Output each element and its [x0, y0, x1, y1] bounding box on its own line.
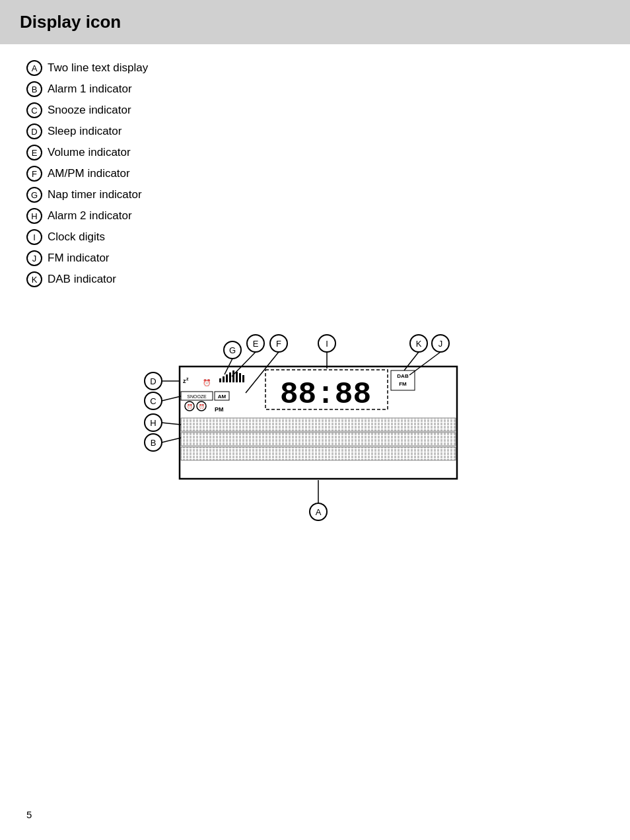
- item-J-text: FM indicator: [48, 252, 110, 265]
- item-K-text: DAB indicator: [48, 273, 116, 286]
- page-number: 5: [26, 809, 32, 820]
- callout-C: C: [150, 396, 156, 406]
- item-B-text: Alarm 1 indicator: [48, 83, 132, 96]
- callout-J: J: [438, 339, 443, 349]
- item-E-text: Volume indicator: [48, 146, 131, 159]
- list-item: I Clock digits: [26, 229, 604, 245]
- label-H: H: [26, 208, 42, 224]
- item-D-text: Sleep indicator: [48, 125, 122, 138]
- callout-F: F: [276, 339, 281, 349]
- label-A: A: [26, 60, 42, 76]
- list-item: A Two line text display: [26, 60, 604, 76]
- svg-rect-7: [232, 370, 234, 382]
- callout-D: D: [150, 376, 156, 386]
- item-G-text: Nap timer indicator: [48, 188, 142, 201]
- nap-icon: ⏰: [203, 378, 211, 387]
- content-area: A Two line text display B Alarm 1 indica…: [0, 60, 630, 558]
- item-H-text: Alarm 2 indicator: [48, 209, 132, 223]
- dab-label: DAB: [397, 373, 409, 379]
- label-I: I: [26, 229, 42, 245]
- diagram-container: 88:88 DAB FM ⏰ z z SNOOZE AM: [26, 307, 604, 558]
- svg-line-42: [162, 423, 181, 425]
- diagram-svg: 88:88 DAB FM ⏰ z z SNOOZE AM: [117, 307, 513, 558]
- svg-rect-4: [223, 376, 225, 382]
- callout-H: H: [150, 418, 156, 428]
- label-E: E: [26, 145, 42, 160]
- item-F-text: AM/PM indicator: [48, 167, 130, 180]
- svg-rect-22: [181, 433, 456, 446]
- svg-rect-9: [239, 373, 241, 382]
- svg-rect-20: [181, 418, 456, 431]
- svg-rect-10: [242, 375, 244, 382]
- list-item: B Alarm 1 indicator: [26, 81, 604, 97]
- callout-B: B: [151, 438, 157, 448]
- callout-A: A: [316, 507, 322, 517]
- svg-rect-8: [236, 372, 238, 382]
- list-item: F AM/PM indicator: [26, 166, 604, 182]
- svg-line-40: [162, 396, 181, 401]
- svg-rect-5: [226, 374, 228, 382]
- page-header: Display icon: [0, 0, 630, 44]
- svg-text:⏰: ⏰: [199, 403, 205, 409]
- icon-list: A Two line text display B Alarm 1 indica…: [26, 60, 604, 287]
- label-C: C: [26, 102, 42, 118]
- list-item: H Alarm 2 indicator: [26, 208, 604, 224]
- list-item: G Nap timer indicator: [26, 187, 604, 203]
- label-D: D: [26, 123, 42, 139]
- label-J: J: [26, 250, 42, 266]
- snooze-display: SNOOZE: [187, 394, 207, 399]
- label-K: K: [26, 271, 42, 287]
- fm-label-display: FM: [399, 381, 407, 387]
- sleep-z2-display: z: [186, 376, 189, 381]
- list-item: K DAB indicator: [26, 271, 604, 287]
- callout-I: I: [326, 339, 328, 349]
- item-I-text: Clock digits: [48, 230, 105, 244]
- callout-E: E: [253, 339, 259, 349]
- label-B: B: [26, 81, 42, 97]
- label-G: G: [26, 187, 42, 203]
- svg-line-44: [162, 438, 181, 442]
- clock-display-text: 88:88: [280, 378, 371, 412]
- list-item: C Snooze indicator: [26, 102, 604, 118]
- callout-G: G: [229, 345, 236, 355]
- svg-rect-6: [229, 372, 231, 382]
- item-A-text: Two line text display: [48, 61, 148, 75]
- pm-display: PM: [215, 406, 224, 413]
- page-title: Display icon: [20, 12, 610, 32]
- am-display: AM: [218, 394, 227, 400]
- label-F: F: [26, 166, 42, 182]
- item-C-text: Snooze indicator: [48, 104, 131, 117]
- list-item: E Volume indicator: [26, 145, 604, 160]
- list-item: J FM indicator: [26, 250, 604, 266]
- svg-text:⏰: ⏰: [187, 403, 193, 409]
- svg-rect-24: [181, 447, 456, 460]
- svg-rect-3: [219, 378, 221, 382]
- list-item: D Sleep indicator: [26, 123, 604, 139]
- callout-K: K: [416, 339, 422, 349]
